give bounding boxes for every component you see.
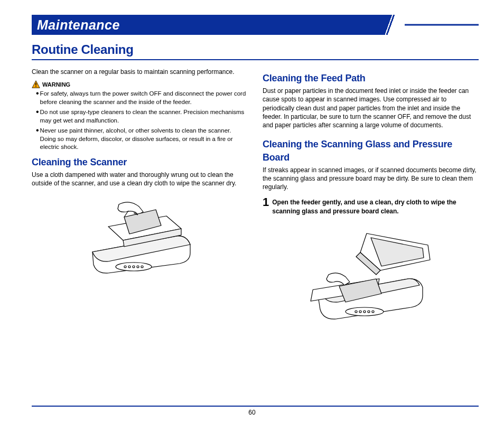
warning-label: WARNING [42, 81, 70, 89]
content-columns: Clean the scanner on a regular basis to … [32, 68, 479, 330]
svg-point-5 [128, 266, 130, 268]
section-title: Routine Cleaning [32, 42, 479, 57]
cleaning-scanner-body: Use a cloth dampened with water and thor… [32, 171, 248, 187]
svg-point-6 [133, 266, 135, 268]
svg-point-12 [359, 311, 361, 313]
page-number: 60 [0, 409, 504, 416]
left-column: Clean the scanner on a regular basis to … [32, 68, 248, 330]
section-rule [32, 59, 479, 60]
warning-item: •Do not use spray-type cleaners to clean… [36, 108, 248, 125]
illustration-wipe-glass [297, 222, 445, 327]
svg-rect-1 [35, 83, 36, 86]
warning-icon [32, 80, 40, 89]
step-1: 1 Open the feeder gently, and use a clea… [263, 196, 479, 215]
warning-item: •Never use paint thinner, alcohol, or ot… [36, 127, 248, 152]
intro-text: Clean the scanner on a regular basis to … [32, 68, 248, 76]
svg-point-11 [355, 311, 357, 313]
step-number: 1 [263, 196, 269, 208]
svg-point-4 [124, 266, 126, 268]
footer-rule [32, 406, 479, 407]
subheading-feed-path: Cleaning the Feed Path [263, 72, 479, 84]
subheading-glass-board: Cleaning the Scanning Glass and Pressure… [263, 138, 479, 164]
svg-point-14 [368, 311, 370, 313]
feed-path-body: Dust or paper particles in the document … [263, 87, 479, 129]
right-column: Cleaning the Feed Path Dust or paper par… [263, 68, 479, 330]
svg-point-8 [141, 266, 143, 268]
svg-point-15 [372, 311, 374, 313]
subheading-cleaning-scanner: Cleaning the Scanner [32, 156, 248, 168]
step-text: Open the feeder gently, and use a clean,… [272, 196, 479, 215]
warning-header: WARNING [32, 80, 248, 89]
svg-point-7 [137, 266, 139, 268]
svg-rect-2 [35, 86, 36, 87]
glass-board-body: If streaks appear in scanned images, or … [263, 166, 479, 192]
page: Maintenance Routine Cleaning Clean the s… [0, 0, 504, 432]
warning-item: •For safety, always turn the power switc… [36, 90, 248, 106]
illustration-wipe-scanner [71, 194, 209, 278]
chapter-banner: Maintenance [32, 15, 479, 35]
warning-list: •For safety, always turn the power switc… [32, 90, 248, 152]
chapter-title: Maintenance [32, 15, 479, 35]
svg-point-13 [363, 311, 366, 313]
